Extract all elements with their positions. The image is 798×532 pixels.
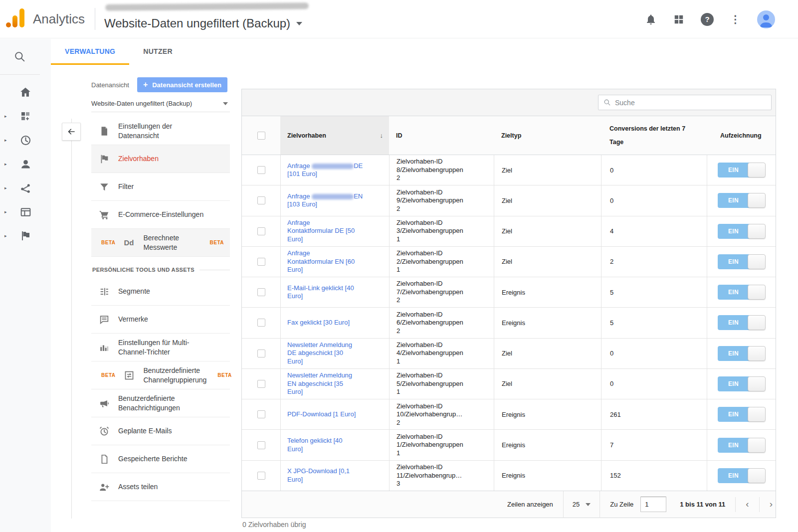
tab-nutzer[interactable]: NUTZER bbox=[129, 39, 187, 65]
row-checkbox[interactable] bbox=[257, 227, 265, 235]
nav-home-icon[interactable] bbox=[0, 86, 51, 99]
toggle-knob[interactable] bbox=[748, 438, 766, 453]
toggle-knob[interactable] bbox=[748, 376, 766, 391]
toggle-knob[interactable] bbox=[748, 254, 766, 269]
column-header-conversions[interactable]: Conversions der letzten 7 Tage bbox=[601, 116, 707, 155]
nav-behavior-icon[interactable]: ▸ bbox=[0, 205, 51, 218]
recording-toggle[interactable]: EIN bbox=[718, 224, 766, 239]
recording-toggle[interactable]: EIN bbox=[718, 376, 766, 391]
toggle-knob[interactable] bbox=[748, 315, 766, 330]
row-checkbox[interactable] bbox=[257, 410, 265, 418]
row-checkbox[interactable] bbox=[257, 288, 265, 296]
column-header-goal[interactable]: Zielvorhaben ↓ bbox=[280, 116, 389, 155]
redacted-account-path bbox=[105, 2, 309, 11]
goal-link[interactable]: Anfrage EN[103 Euro] bbox=[287, 192, 363, 209]
column-header-type[interactable]: Zieltyp bbox=[494, 116, 601, 155]
create-view-button[interactable]: + Datenansicht erstellen bbox=[137, 77, 227, 92]
toggle-knob[interactable] bbox=[748, 163, 766, 177]
next-page-icon[interactable]: › bbox=[770, 499, 773, 510]
nav-acquisition-icon[interactable]: ▸ bbox=[0, 181, 51, 194]
menu-item-e-commerce-einstellungen[interactable]: E-Commerce-Einstellungen bbox=[91, 201, 230, 229]
table-search-input[interactable] bbox=[615, 99, 766, 107]
view-title-dropdown[interactable]: Website-Daten ungefiltert (Backup) bbox=[104, 16, 302, 30]
column-header-id[interactable]: ID bbox=[389, 116, 494, 155]
expand-arrow-icon[interactable]: ▸ bbox=[4, 114, 7, 119]
nav-conversions-flag-icon[interactable]: ▸ bbox=[0, 229, 51, 242]
menu-item-assets-teilen[interactable]: Assets teilen bbox=[91, 473, 230, 501]
more-options-icon[interactable]: ⋮ bbox=[730, 14, 741, 24]
search-icon[interactable] bbox=[0, 39, 40, 75]
sort-descending-icon[interactable]: ↓ bbox=[380, 132, 384, 139]
help-icon[interactable]: ? bbox=[701, 13, 714, 26]
toggle-knob[interactable] bbox=[748, 193, 766, 208]
menu-item-benutzerdefinierte-benachrichtigun[interactable]: Benutzerdefinierte Benachrichtigungen bbox=[91, 389, 230, 417]
notifications-bell-icon[interactable] bbox=[645, 13, 657, 25]
nav-realtime-icon[interactable]: ▸ bbox=[0, 134, 51, 147]
menu-item-segmente[interactable]: Segmente bbox=[91, 278, 230, 306]
row-checkbox[interactable] bbox=[257, 472, 265, 480]
goal-link[interactable]: AnfrageKontaktformular DE [50Euro] bbox=[287, 219, 355, 244]
goal-link[interactable]: PDF-Download [1 Euro] bbox=[287, 410, 356, 419]
table-search-box[interactable] bbox=[598, 95, 772, 110]
select-all-checkbox[interactable] bbox=[257, 132, 265, 140]
expand-arrow-icon[interactable]: ▸ bbox=[4, 162, 7, 167]
goal-link[interactable]: Anfrage DE[101 Euro] bbox=[287, 162, 363, 178]
goal-link[interactable]: Newsletter AnmeldungEN abgeschickt [35Eu… bbox=[287, 371, 352, 396]
expand-arrow-icon[interactable]: ▸ bbox=[4, 233, 7, 238]
view-selector-dropdown[interactable]: Website-Daten ungefiltert (Backup) bbox=[91, 100, 230, 112]
redacted-text bbox=[312, 164, 354, 169]
toggle-knob[interactable] bbox=[748, 407, 766, 422]
row-checkbox[interactable] bbox=[257, 258, 265, 266]
recording-toggle[interactable]: EIN bbox=[718, 285, 766, 300]
apps-grid-icon[interactable] bbox=[673, 14, 684, 25]
goto-row-input[interactable] bbox=[640, 497, 666, 512]
goal-link[interactable]: X JPG-Download [0,1Euro] bbox=[287, 467, 350, 484]
goal-link[interactable]: AnfrageKontaktformular EN [60Euro] bbox=[287, 249, 355, 274]
tab-verwaltung[interactable]: VERWALTUNG bbox=[51, 39, 129, 65]
rows-per-page-select[interactable]: 25 bbox=[563, 491, 600, 518]
table-row: AnfrageKontaktformular DE [50Euro]Zielvo… bbox=[242, 216, 776, 247]
menu-item-zielvorhaben[interactable]: Zielvorhaben bbox=[91, 145, 230, 173]
goal-id: Zielvorhaben-ID11/Zielvorhabengrup…3 bbox=[397, 463, 462, 488]
previous-page-icon[interactable]: ‹ bbox=[746, 499, 749, 510]
row-checkbox[interactable] bbox=[257, 350, 265, 357]
row-checkbox[interactable] bbox=[257, 196, 265, 204]
menu-item-geplante-e-mails[interactable]: Geplante E-Mails bbox=[91, 417, 230, 445]
menu-item-einstellungen-für-multi-channel-tr[interactable]: Einstellungen für Multi-Channel-Trichter bbox=[91, 334, 230, 361]
goal-link[interactable]: Newsletter AnmeldungDE abgeschickt [30Eu… bbox=[287, 341, 352, 366]
menu-item-vermerke[interactable]: Vermerke bbox=[91, 306, 230, 334]
goal-link[interactable]: E-Mail-Link geklickt [40Euro] bbox=[287, 284, 354, 301]
recording-toggle[interactable]: EIN bbox=[718, 438, 766, 453]
expand-arrow-icon[interactable]: ▸ bbox=[4, 138, 7, 143]
column-header-recording[interactable]: Aufzeichnung bbox=[707, 116, 776, 155]
menu-item-benutzerdefinierte-channelgruppier[interactable]: BETABenutzerdefinierte Channelgruppierun… bbox=[91, 361, 230, 389]
nav-audience-icon[interactable]: ▸ bbox=[0, 158, 51, 171]
recording-toggle[interactable]: EIN bbox=[718, 407, 766, 422]
recording-toggle[interactable]: EIN bbox=[718, 163, 766, 177]
expand-arrow-icon[interactable]: ▸ bbox=[4, 209, 7, 214]
toggle-knob[interactable] bbox=[748, 285, 766, 300]
row-checkbox[interactable] bbox=[257, 166, 265, 174]
toggle-knob[interactable] bbox=[748, 224, 766, 239]
row-checkbox[interactable] bbox=[257, 441, 265, 449]
collapse-panel-button[interactable] bbox=[62, 123, 81, 141]
nav-customization-icon[interactable]: ▸ bbox=[0, 110, 51, 123]
mcf-bars-icon bbox=[99, 342, 110, 353]
menu-item-einstellungen-der-datenansicht[interactable]: Einstellungen der Datenansicht bbox=[91, 117, 230, 145]
goal-link[interactable]: Fax geklickt [30 Euro] bbox=[287, 319, 350, 327]
recording-toggle[interactable]: EIN bbox=[718, 468, 766, 483]
toggle-knob[interactable] bbox=[748, 468, 766, 483]
menu-item-berechnete-messwerte[interactable]: BETADdBerechnete MesswerteBETA bbox=[91, 229, 230, 257]
recording-toggle[interactable]: EIN bbox=[718, 346, 766, 361]
goal-link[interactable]: Telefon geklickt [40Euro] bbox=[287, 437, 343, 453]
menu-item-filter[interactable]: Filter bbox=[91, 173, 230, 201]
row-checkbox[interactable] bbox=[257, 380, 265, 388]
expand-arrow-icon[interactable]: ▸ bbox=[4, 185, 7, 190]
menu-item-gespeicherte-berichte[interactable]: Gespeicherte Berichte bbox=[91, 445, 230, 473]
account-avatar[interactable] bbox=[757, 10, 775, 28]
row-checkbox[interactable] bbox=[257, 319, 265, 327]
recording-toggle[interactable]: EIN bbox=[718, 315, 766, 330]
recording-toggle[interactable]: EIN bbox=[718, 254, 766, 269]
toggle-knob[interactable] bbox=[748, 346, 766, 361]
recording-toggle[interactable]: EIN bbox=[718, 193, 766, 208]
